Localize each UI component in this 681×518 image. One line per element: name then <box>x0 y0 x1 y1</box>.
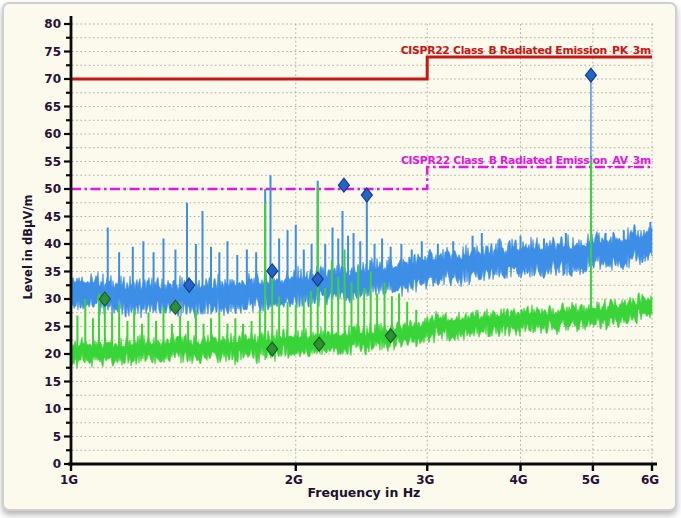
y-tick-label: 55 <box>44 155 61 169</box>
y-tick-label: 60 <box>44 127 61 141</box>
y-tick-label: 15 <box>44 375 61 389</box>
peak-markers-diamond <box>267 264 278 278</box>
cispr22-av-limit-label: CISPR22 Class_B Radiated Emission_AV_3m <box>401 154 651 167</box>
x-tick-label: 1G <box>60 473 78 487</box>
y-tick-label: 0 <box>53 457 61 471</box>
y-axis-title: Level in dBµV/m <box>21 187 35 307</box>
y-tick-label: 45 <box>44 210 61 224</box>
y-tick-label: 20 <box>44 347 61 361</box>
emissions-chart: CISPR22 Class_B Radiated Emission_PK_3mC… <box>4 4 675 509</box>
y-tick-label: 50 <box>44 182 61 196</box>
y-tick-label: 10 <box>44 402 61 416</box>
y-tick-label: 70 <box>44 72 61 86</box>
cispr22-av-limit-line <box>71 167 652 189</box>
x-tick-label: 4G <box>509 473 527 487</box>
y-tick-label: 5 <box>53 430 61 444</box>
y-tick-label: 30 <box>44 292 61 306</box>
y-tick-label: 25 <box>44 320 61 334</box>
x-tick-label: 5G <box>582 473 600 487</box>
y-tick-label: 35 <box>44 265 61 279</box>
peak-markers-diamond <box>585 68 596 82</box>
y-tick-label: 80 <box>44 17 61 31</box>
screenshot-root: CISPR22 Class_B Radiated Emission_PK_3mC… <box>0 0 681 518</box>
x-axis-title: Frequency in Hz <box>259 485 469 500</box>
emissions-chart-frame: CISPR22 Class_B Radiated Emission_PK_3mC… <box>2 2 677 511</box>
y-tick-label: 75 <box>44 45 61 59</box>
cispr22-pk-limit-label: CISPR22 Class_B Radiated Emission_PK_3m <box>401 44 651 57</box>
y-tick-label: 40 <box>44 237 61 251</box>
x-tick-label: 6G <box>641 473 659 487</box>
y-tick-label: 65 <box>44 100 61 114</box>
cispr22-pk-limit-line <box>71 57 652 79</box>
